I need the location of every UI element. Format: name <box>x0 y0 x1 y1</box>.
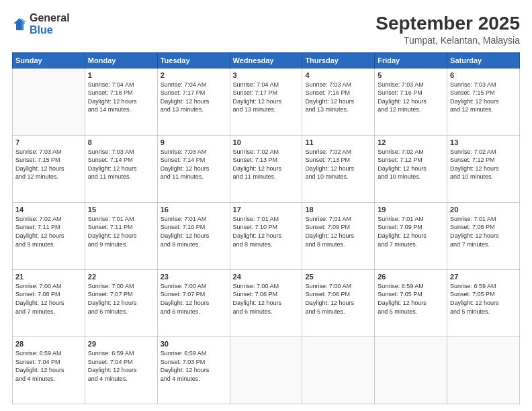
calendar-cell: 28Sunrise: 6:59 AM Sunset: 7:04 PM Dayli… <box>13 336 85 404</box>
day-number: 1 <box>88 71 154 79</box>
calendar-cell: 17Sunrise: 7:01 AM Sunset: 7:10 PM Dayli… <box>230 202 302 269</box>
calendar-cell: 19Sunrise: 7:01 AM Sunset: 7:09 PM Dayli… <box>375 202 447 269</box>
day-of-week-header: Friday <box>375 52 447 68</box>
day-number: 15 <box>88 205 154 214</box>
calendar-cell: 5Sunrise: 7:03 AM Sunset: 7:16 PM Daylig… <box>375 68 447 135</box>
calendar-cell <box>302 336 375 404</box>
day-number: 9 <box>161 138 227 146</box>
cell-sun-info: Sunrise: 7:01 AM Sunset: 7:09 PM Dayligh… <box>378 215 444 248</box>
day-number: 30 <box>161 340 227 348</box>
cell-sun-info: Sunrise: 7:00 AM Sunset: 7:06 PM Dayligh… <box>233 282 300 316</box>
cell-sun-info: Sunrise: 7:01 AM Sunset: 7:10 PM Dayligh… <box>161 215 227 248</box>
calendar-cell: 2Sunrise: 7:04 AM Sunset: 7:17 PM Daylig… <box>157 68 230 135</box>
cell-sun-info: Sunrise: 7:01 AM Sunset: 7:10 PM Dayligh… <box>233 215 300 248</box>
cell-sun-info: Sunrise: 7:04 AM Sunset: 7:18 PM Dayligh… <box>88 81 154 114</box>
cell-sun-info: Sunrise: 7:04 AM Sunset: 7:17 PM Dayligh… <box>161 81 227 114</box>
day-number: 3 <box>233 71 300 79</box>
cell-sun-info: Sunrise: 7:03 AM Sunset: 7:16 PM Dayligh… <box>305 81 371 114</box>
calendar-cell: 7Sunrise: 7:03 AM Sunset: 7:15 PM Daylig… <box>13 135 85 202</box>
day-of-week-header: Thursday <box>302 52 375 68</box>
day-number: 21 <box>15 273 82 281</box>
calendar-cell: 26Sunrise: 6:59 AM Sunset: 7:05 PM Dayli… <box>375 269 447 336</box>
day-number: 16 <box>161 205 227 214</box>
calendar-cell: 25Sunrise: 7:00 AM Sunset: 7:06 PM Dayli… <box>302 269 375 336</box>
cell-sun-info: Sunrise: 7:02 AM Sunset: 7:11 PM Dayligh… <box>15 215 82 248</box>
cell-sun-info: Sunrise: 7:02 AM Sunset: 7:12 PM Dayligh… <box>378 148 444 181</box>
calendar-cell: 3Sunrise: 7:04 AM Sunset: 7:17 PM Daylig… <box>230 68 302 135</box>
calendar-cell: 12Sunrise: 7:02 AM Sunset: 7:12 PM Dayli… <box>375 135 447 202</box>
calendar-week-row: 14Sunrise: 7:02 AM Sunset: 7:11 PM Dayli… <box>13 202 520 269</box>
day-number: 17 <box>233 205 300 214</box>
calendar-cell: 24Sunrise: 7:00 AM Sunset: 7:06 PM Dayli… <box>230 269 302 336</box>
calendar-cell: 8Sunrise: 7:03 AM Sunset: 7:14 PM Daylig… <box>85 135 157 202</box>
day-number: 20 <box>450 205 517 214</box>
calendar-week-row: 28Sunrise: 6:59 AM Sunset: 7:04 PM Dayli… <box>13 336 520 404</box>
cell-sun-info: Sunrise: 7:02 AM Sunset: 7:13 PM Dayligh… <box>305 148 371 181</box>
calendar-week-row: 1Sunrise: 7:04 AM Sunset: 7:18 PM Daylig… <box>13 68 520 135</box>
cell-sun-info: Sunrise: 6:59 AM Sunset: 7:04 PM Dayligh… <box>15 349 82 383</box>
calendar-cell: 18Sunrise: 7:01 AM Sunset: 7:09 PM Dayli… <box>302 202 375 269</box>
day-number: 7 <box>15 138 82 146</box>
day-of-week-header: Tuesday <box>157 52 230 68</box>
logo-text: General Blue <box>30 12 70 36</box>
logo-icon <box>12 17 27 32</box>
calendar-cell: 1Sunrise: 7:04 AM Sunset: 7:18 PM Daylig… <box>85 68 157 135</box>
day-number: 12 <box>378 138 444 146</box>
cell-sun-info: Sunrise: 7:03 AM Sunset: 7:15 PM Dayligh… <box>450 81 517 114</box>
day-number: 23 <box>161 273 227 281</box>
calendar-cell: 27Sunrise: 6:59 AM Sunset: 7:05 PM Dayli… <box>447 269 520 336</box>
calendar-cell <box>230 336 302 404</box>
day-of-week-header: Saturday <box>447 52 520 68</box>
day-number: 22 <box>88 273 154 281</box>
day-number: 19 <box>378 205 444 214</box>
calendar-cell: 20Sunrise: 7:01 AM Sunset: 7:08 PM Dayli… <box>447 202 520 269</box>
month-title: September 2025 <box>375 12 520 35</box>
cell-sun-info: Sunrise: 7:01 AM Sunset: 7:08 PM Dayligh… <box>450 215 517 248</box>
day-number: 13 <box>450 138 517 146</box>
day-number: 29 <box>88 340 154 348</box>
header: General Blue September 2025 Tumpat, Kela… <box>12 12 520 46</box>
calendar-cell: 11Sunrise: 7:02 AM Sunset: 7:13 PM Dayli… <box>302 135 375 202</box>
cell-sun-info: Sunrise: 7:00 AM Sunset: 7:06 PM Dayligh… <box>305 282 371 316</box>
cell-sun-info: Sunrise: 7:00 AM Sunset: 7:07 PM Dayligh… <box>88 282 154 316</box>
logo-blue: Blue <box>30 24 70 36</box>
calendar-cell: 29Sunrise: 6:59 AM Sunset: 7:04 PM Dayli… <box>85 336 157 404</box>
day-number: 14 <box>15 205 82 214</box>
page: General Blue September 2025 Tumpat, Kela… <box>0 0 532 411</box>
calendar-cell: 4Sunrise: 7:03 AM Sunset: 7:16 PM Daylig… <box>302 68 375 135</box>
cell-sun-info: Sunrise: 7:00 AM Sunset: 7:08 PM Dayligh… <box>15 282 82 316</box>
day-number: 11 <box>305 138 371 146</box>
cell-sun-info: Sunrise: 7:03 AM Sunset: 7:15 PM Dayligh… <box>15 148 82 181</box>
calendar-cell: 30Sunrise: 6:59 AM Sunset: 7:03 PM Dayli… <box>157 336 230 404</box>
calendar-cell: 13Sunrise: 7:02 AM Sunset: 7:12 PM Dayli… <box>447 135 520 202</box>
calendar-table: SundayMondayTuesdayWednesdayThursdayFrid… <box>12 52 520 404</box>
location-subtitle: Tumpat, Kelantan, Malaysia <box>375 35 520 46</box>
calendar-cell: 14Sunrise: 7:02 AM Sunset: 7:11 PM Dayli… <box>13 202 85 269</box>
cell-sun-info: Sunrise: 7:01 AM Sunset: 7:11 PM Dayligh… <box>88 215 154 248</box>
cell-sun-info: Sunrise: 7:03 AM Sunset: 7:16 PM Dayligh… <box>378 81 444 114</box>
calendar-cell <box>13 68 85 135</box>
calendar-cell: 21Sunrise: 7:00 AM Sunset: 7:08 PM Dayli… <box>13 269 85 336</box>
calendar-cell: 22Sunrise: 7:00 AM Sunset: 7:07 PM Dayli… <box>85 269 157 336</box>
calendar-cell: 6Sunrise: 7:03 AM Sunset: 7:15 PM Daylig… <box>447 68 520 135</box>
calendar-cell: 23Sunrise: 7:00 AM Sunset: 7:07 PM Dayli… <box>157 269 230 336</box>
cell-sun-info: Sunrise: 6:59 AM Sunset: 7:04 PM Dayligh… <box>88 349 154 383</box>
day-of-week-header: Wednesday <box>230 52 302 68</box>
calendar-week-row: 21Sunrise: 7:00 AM Sunset: 7:08 PM Dayli… <box>13 269 520 336</box>
day-number: 28 <box>15 340 82 348</box>
cell-sun-info: Sunrise: 7:01 AM Sunset: 7:09 PM Dayligh… <box>305 215 371 248</box>
cell-sun-info: Sunrise: 7:04 AM Sunset: 7:17 PM Dayligh… <box>233 81 300 114</box>
calendar-week-row: 7Sunrise: 7:03 AM Sunset: 7:15 PM Daylig… <box>13 135 520 202</box>
calendar-cell: 10Sunrise: 7:02 AM Sunset: 7:13 PM Dayli… <box>230 135 302 202</box>
day-of-week-header: Monday <box>85 52 157 68</box>
cell-sun-info: Sunrise: 7:03 AM Sunset: 7:14 PM Dayligh… <box>88 148 154 181</box>
day-number: 27 <box>450 273 517 281</box>
calendar-cell: 16Sunrise: 7:01 AM Sunset: 7:10 PM Dayli… <box>157 202 230 269</box>
calendar-cell <box>447 336 520 404</box>
day-number: 6 <box>450 71 517 79</box>
cell-sun-info: Sunrise: 7:02 AM Sunset: 7:13 PM Dayligh… <box>233 148 300 181</box>
day-number: 5 <box>378 71 444 79</box>
cell-sun-info: Sunrise: 7:00 AM Sunset: 7:07 PM Dayligh… <box>161 282 227 316</box>
cell-sun-info: Sunrise: 7:02 AM Sunset: 7:12 PM Dayligh… <box>450 148 517 181</box>
calendar-cell <box>375 336 447 404</box>
